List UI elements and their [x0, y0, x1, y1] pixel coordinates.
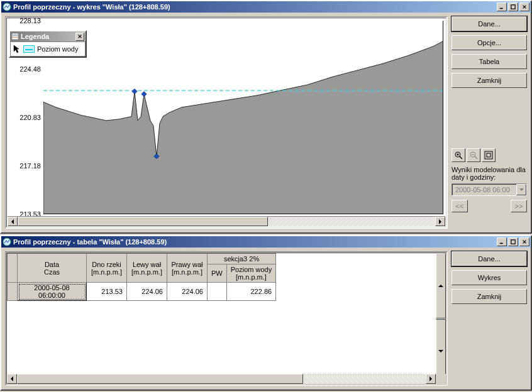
nav-next-button[interactable]: >>: [511, 200, 527, 212]
chart-h-scrollbar[interactable]: [8, 216, 445, 226]
col-prawy[interactable]: Prawy wał [m.n.p.m.]: [167, 254, 208, 283]
chart-plot[interactable]: [43, 21, 443, 214]
table-window: Profil poprzeczny - tabela "Wisła" (128+…: [0, 235, 532, 391]
table-panel: Data Czas Dno rzeki [m.n.p.m.] Lewy wał …: [5, 251, 448, 386]
table-window-title: Profil poprzeczny - tabela "Wisła" (128+…: [13, 238, 496, 246]
col-pw[interactable]: PW: [208, 264, 227, 283]
close-button[interactable]: [519, 3, 529, 11]
tabela-button[interactable]: Tabela: [452, 54, 527, 69]
wykres-button[interactable]: Wykres: [452, 270, 527, 285]
table-side-panel: Dane... Wykres Zamknij: [452, 251, 527, 308]
legend-icon: [11, 33, 19, 40]
scroll-left-button[interactable]: [8, 217, 18, 226]
minimize-button[interactable]: [497, 237, 507, 246]
pointer-icon[interactable]: [13, 45, 21, 53]
scroll-up-button[interactable]: [436, 253, 446, 318]
nav-prev-button[interactable]: <<: [452, 200, 468, 212]
y-tick-label: 228.13: [13, 18, 41, 24]
col-sekcja[interactable]: sekcja3 2%: [208, 254, 276, 264]
datetime-value: 2000-05-08 06:00: [452, 184, 516, 195]
maximize-button[interactable]: [508, 3, 518, 11]
legend-swatch: [23, 45, 35, 53]
minimize-button[interactable]: [497, 3, 507, 11]
cell-poziom: 222.86: [226, 283, 275, 301]
dane-button[interactable]: Dane...: [452, 251, 527, 266]
combo-dropdown-button[interactable]: [516, 184, 526, 195]
zamknij-button[interactable]: Zamknij: [452, 289, 527, 304]
table-window-titlebar[interactable]: Profil poprzeczny - tabela "Wisła" (128+…: [1, 236, 531, 248]
close-button[interactable]: [519, 237, 529, 246]
cell-prawy: 224.06: [167, 283, 208, 301]
zamknij-button[interactable]: Zamknij: [452, 73, 527, 88]
y-tick-label: 220.83: [13, 114, 41, 121]
scroll-right-button[interactable]: [435, 217, 445, 226]
svg-rect-19: [485, 151, 492, 159]
svg-rect-9: [12, 33, 18, 40]
scroll-thumb[interactable]: [18, 217, 268, 226]
table-v-scrollbar[interactable]: [436, 253, 446, 384]
dane-button[interactable]: Dane...: [452, 16, 527, 31]
chart-window-titlebar[interactable]: Profil poprzeczny - wykres "Wisła" (128+…: [1, 1, 531, 13]
datetime-combo[interactable]: 2000-05-08 06:00: [452, 183, 527, 196]
cell-lewy: 224.06: [127, 283, 167, 301]
scroll-left-button[interactable]: [7, 374, 17, 384]
legend-title: Legenda: [21, 33, 75, 40]
app-icon: [3, 3, 11, 11]
scroll-right-button[interactable]: [426, 374, 436, 384]
y-tick-label: 217.18: [13, 162, 41, 170]
col-dno[interactable]: Dno rzeki [m.n.p.m.]: [87, 254, 127, 283]
table-row[interactable]: 2000-05-08 06:00:00 213.53 224.06 224.06…: [8, 283, 276, 301]
opcje-button[interactable]: Opcje...: [452, 35, 527, 50]
chart-window-title: Profil poprzeczny - wykres "Wisła" (128+…: [13, 3, 496, 11]
svg-marker-3: [43, 41, 443, 214]
maximize-button[interactable]: [508, 237, 518, 246]
svg-rect-23: [511, 240, 515, 244]
col-data-czas[interactable]: Data Czas: [18, 254, 87, 283]
cell-datetime[interactable]: 2000-05-08 06:00:00: [18, 283, 87, 301]
chart-side-panel: Dane... Opcje... Tabela Zamknij Wyniki m…: [452, 16, 527, 212]
y-tick-label: 224.48: [13, 65, 41, 73]
svg-rect-20: [487, 153, 490, 157]
legend-item-label: Poziom wody: [37, 45, 78, 53]
svg-marker-6: [141, 92, 147, 97]
zoom-fit-button[interactable]: [482, 148, 496, 162]
svg-rect-22: [500, 243, 503, 244]
cell-dno: 213.53: [87, 283, 127, 301]
cell-pw: [208, 283, 227, 301]
chart-window: Profil poprzeczny - wykres "Wisła" (128+…: [0, 0, 532, 234]
svg-marker-5: [132, 89, 137, 94]
table-h-scrollbar[interactable]: [7, 374, 436, 384]
zoom-in-button[interactable]: [452, 148, 465, 162]
data-table[interactable]: Data Czas Dno rzeki [m.n.p.m.] Lewy wał …: [7, 253, 276, 301]
svg-line-13: [460, 156, 462, 159]
col-lewy[interactable]: Lewy wał [m.n.p.m.]: [127, 254, 167, 283]
svg-rect-2: [511, 5, 515, 9]
zoom-out-button[interactable]: [467, 148, 480, 162]
col-poziom[interactable]: Poziom wody [m.n.p.m.]: [226, 264, 275, 283]
app-icon: [3, 237, 11, 246]
scroll-thumb[interactable]: [17, 374, 303, 384]
svg-line-17: [475, 156, 477, 159]
legend-body: Poziom wody: [10, 41, 86, 57]
results-label: Wyniki modelowania dla daty i godziny:: [452, 166, 527, 181]
svg-rect-1: [500, 8, 503, 9]
legend-close-button[interactable]: [75, 33, 84, 41]
legend-window[interactable]: Legenda Poziom wody: [9, 30, 87, 58]
scroll-thumb[interactable]: [436, 318, 446, 320]
